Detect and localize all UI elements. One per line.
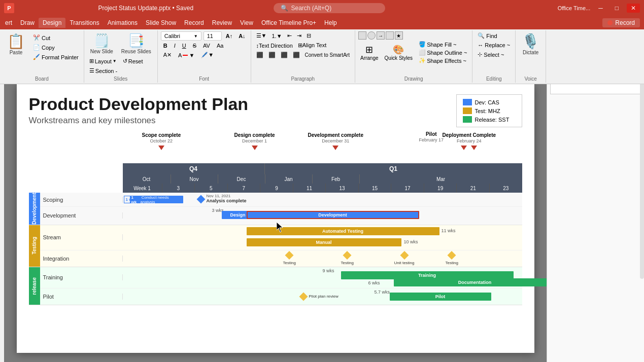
char-spacing-button[interactable]: AV <box>200 42 213 50</box>
legend-item-dev: Dev: CAS <box>463 99 516 105</box>
quick-styles-button[interactable]: 🎨 Quick Styles <box>383 43 415 62</box>
maximize-button[interactable]: □ <box>611 4 623 13</box>
font-color-button[interactable]: A▼ <box>176 51 197 59</box>
milestone-deployment: Deployment Complete February 24 <box>443 132 496 150</box>
week-17: 17 <box>391 184 424 193</box>
justify-button[interactable]: ⬛ <box>291 51 302 59</box>
week-3: 3 <box>162 184 195 193</box>
convert-smartart-button[interactable]: Convert to SmartArt <box>303 51 352 59</box>
paste-button[interactable]: 📋 Paste <box>3 31 29 57</box>
arrange-button[interactable]: ⊞ Arrange <box>358 43 381 62</box>
increase-indent-button[interactable]: ⇥ <box>295 31 303 40</box>
font-family-selector[interactable]: Calibri▼ <box>161 31 201 41</box>
dictate-button[interactable]: 🎙️ Dictate <box>519 31 543 57</box>
cut-icon: ✂️ <box>33 34 40 41</box>
shape-arrow[interactable]: → <box>377 31 385 40</box>
replace-label: Replace ~ <box>485 42 510 48</box>
shape-rect[interactable] <box>358 31 366 40</box>
tab-slideshow[interactable]: Slide Show <box>142 18 180 28</box>
new-slide-button[interactable]: 🗒️ New Slide <box>87 31 116 56</box>
font-size-selector[interactable]: 11 <box>204 31 222 41</box>
minimize-button[interactable]: ─ <box>594 4 607 13</box>
close-button[interactable]: ✕ <box>627 4 640 13</box>
app-icon: P <box>4 3 14 13</box>
clear-format-button[interactable]: A✕ <box>161 51 174 59</box>
bar-conduct-needs[interactable]: 1 wk Conduct needs analysis <box>130 196 183 203</box>
format-painter-button[interactable]: 🖌️ Format Painter <box>31 53 81 61</box>
milestone-pilot-above: Pilot February 17 <box>419 131 444 143</box>
bold-button[interactable]: B <box>161 42 170 50</box>
underline-button[interactable]: U <box>180 42 189 50</box>
tab-animations[interactable]: Animations <box>104 18 142 28</box>
align-center-button[interactable]: ⬛ <box>266 51 278 59</box>
bar-manual[interactable]: Manual <box>247 238 401 246</box>
week-15: 15 <box>359 184 392 193</box>
week-5: 5 <box>195 184 228 193</box>
bullets-button[interactable]: ☰▼ <box>254 31 269 40</box>
select-label: Select ~ <box>484 52 504 58</box>
text-direction-button[interactable]: ↕Text Direction <box>254 42 295 50</box>
tab-help[interactable]: Help <box>320 18 341 28</box>
shape-fill-button[interactable]: 🪣 Shape Fill ~ <box>417 41 469 48</box>
align-right-button[interactable]: ⬛ <box>279 51 290 59</box>
replace-button[interactable]: ↔️ Replace ~ <box>476 41 512 49</box>
select-button[interactable]: ⊹ Select ~ <box>476 50 512 59</box>
tab-view[interactable]: View <box>236 18 257 28</box>
cut-button[interactable]: ✂️ Cut <box>31 33 81 42</box>
columns-button[interactable]: ⊟ <box>304 31 313 40</box>
week-9: 9 <box>260 184 293 193</box>
slide[interactable]: Product Development Plan Workstreams and… <box>17 84 534 353</box>
swimlane-dev-label: Development <box>31 193 37 225</box>
tab-office-timeline[interactable]: Office Timeline Pro+ <box>257 18 320 28</box>
tab-transitions[interactable]: Transitions <box>65 18 103 28</box>
strikethrough-button[interactable]: S <box>190 42 199 50</box>
month-mar: Mar <box>360 174 522 184</box>
search-icon: 🔍 <box>281 5 288 12</box>
copy-button[interactable]: 📄 Copy <box>31 43 81 52</box>
drawing-group: → ★ ⊞ Arrange 🎨 Quick Styles 🪣 Shape Fil… <box>355 30 472 83</box>
section-label: Section - <box>95 68 117 74</box>
italic-button[interactable]: I <box>172 42 178 50</box>
numbering-button[interactable]: 1.▼ <box>270 32 284 40</box>
reuse-slides-button[interactable]: 📑 Reuse Slides <box>118 31 154 56</box>
shape-effects-button[interactable]: ✨ Shape Effects ~ <box>417 57 469 64</box>
legend-color-test <box>463 107 472 114</box>
font-decrease-button[interactable]: A↓ <box>236 32 247 40</box>
case-button[interactable]: Aa <box>214 42 226 50</box>
paste-icon: 📋 <box>7 33 25 50</box>
layout-button[interactable]: ⊞ Layout ▼ <box>87 57 119 65</box>
row-training: Training 9 wks Training 6 wks Documentat… <box>40 267 522 288</box>
section-button[interactable]: ☰ Section - <box>87 66 154 75</box>
shape-triangle[interactable] <box>386 31 394 40</box>
font-increase-button[interactable]: A↑ <box>224 32 234 40</box>
tab-record[interactable]: Record <box>180 18 208 28</box>
align-left-button[interactable]: ⬛ <box>254 51 265 59</box>
copy-label: Copy <box>42 45 55 51</box>
cut-label: Cut <box>42 35 50 41</box>
tab-design[interactable]: Design <box>39 18 65 28</box>
bar-pilot[interactable]: Pilot <box>390 293 491 301</box>
shape-oval[interactable] <box>367 31 376 40</box>
row-label-development: Development <box>40 212 123 219</box>
reset-button[interactable]: ↺ Reset <box>121 57 145 65</box>
tab-draw[interactable]: Draw <box>16 18 39 28</box>
highlight-button[interactable]: 🖊️▼ <box>198 51 216 59</box>
shape-effects-label: Shape Effects ~ <box>427 58 466 64</box>
swimlane-release-label: release <box>31 277 37 295</box>
bar-development[interactable]: Development <box>247 211 419 219</box>
align-text-button[interactable]: ⊞Align Text <box>296 41 329 50</box>
file-name: Project Status Update.pptx • Saved <box>18 5 274 12</box>
bar-automated-testing[interactable]: Automated Testing <box>247 227 439 235</box>
decrease-indent-button[interactable]: ⇤ <box>285 31 294 40</box>
panel-scrollbar[interactable] <box>640 76 644 279</box>
bar-documentation[interactable]: Documentation <box>394 278 547 286</box>
week-23: 23 <box>490 184 522 193</box>
effects-icon: ✨ <box>419 57 426 64</box>
tab-review[interactable]: Review <box>208 18 236 28</box>
shape-star[interactable]: ★ <box>395 31 403 40</box>
record-button[interactable]: Record <box>602 18 640 27</box>
shape-outline-button[interactable]: ⬜ Shape Outline ~ <box>417 49 469 56</box>
milestone-testing-1: Testing <box>283 252 296 265</box>
search-box[interactable]: 🔍 Search (Alt+Q) <box>274 3 385 13</box>
tab-ert[interactable]: ert <box>1 18 16 28</box>
